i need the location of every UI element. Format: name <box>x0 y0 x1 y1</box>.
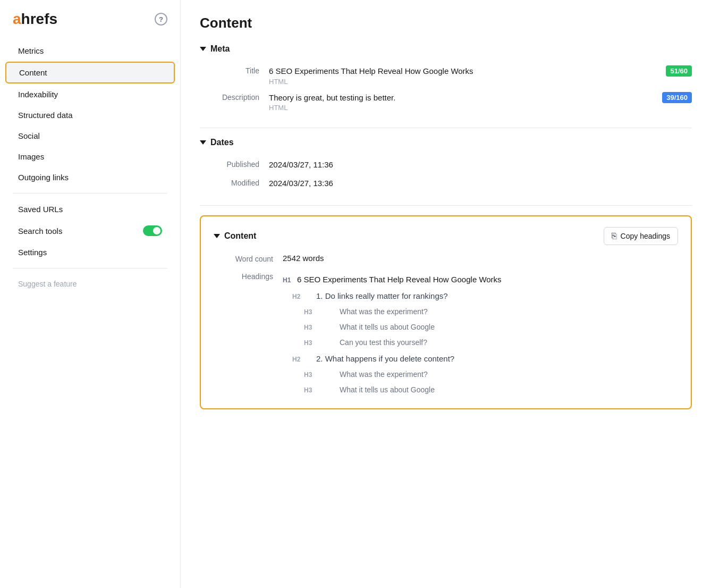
sidebar-item-label: Search tools <box>18 226 62 236</box>
meta-section-header: Meta <box>200 44 692 54</box>
heading-h3-text-5: What it tells us about Google <box>340 383 435 397</box>
modified-value: 2024/03/27, 13:36 <box>269 178 692 190</box>
published-row: Published 2024/03/27, 11:36 <box>210 156 692 174</box>
title-value-area: 6 SEO Experiments That Help Reveal How G… <box>269 65 692 86</box>
published-label: Published <box>210 159 269 169</box>
suggest-feature-link[interactable]: Suggest a feature <box>5 274 175 293</box>
title-label: Title <box>210 65 269 75</box>
section-divider-1 <box>200 128 692 128</box>
logo-a-letter: a <box>13 11 21 27</box>
nav-divider-2 <box>13 268 167 268</box>
sidebar-item-metrics[interactable]: Metrics <box>5 41 175 61</box>
title-value: 6 SEO Experiments That Help Reveal How G… <box>269 65 473 78</box>
copy-headings-button[interactable]: ⎘ Copy headings <box>604 227 678 245</box>
heading-item-h3-2: H3 What it tells us about Google <box>304 320 678 335</box>
h1-tag: H1 <box>283 275 294 287</box>
meta-section-title: Meta <box>210 44 230 54</box>
description-sub: HTML <box>269 104 692 112</box>
headings-list: H1 6 SEO Experiments That Help Reveal Ho… <box>283 271 678 398</box>
h2-tag-2: H2 <box>292 354 304 366</box>
logo: ahrefs <box>13 11 57 28</box>
heading-item-h2-1: H2 1. Do links really matter for ranking… <box>292 288 678 304</box>
h3-tag: H3 <box>304 307 316 318</box>
published-value: 2024/03/27, 11:36 <box>269 159 692 171</box>
copy-icon: ⎘ <box>612 231 617 241</box>
collapse-triangle-dates[interactable] <box>200 140 206 145</box>
sidebar-item-settings[interactable]: Settings <box>5 242 175 262</box>
sidebar-item-saved-urls[interactable]: Saved URLs <box>5 199 175 219</box>
dates-section-header: Dates <box>200 138 692 147</box>
title-badge: 51/60 <box>666 65 692 77</box>
sidebar-item-label: Content <box>19 68 47 77</box>
title-sub: HTML <box>269 78 692 86</box>
sidebar-item-label: Settings <box>18 248 47 257</box>
logo-area: ahrefs ? <box>0 11 180 40</box>
heading-item-h2-2: H2 2. What happens if you delete content… <box>292 350 678 367</box>
content-section-title-area: Content <box>214 231 256 241</box>
sidebar-item-label: Structured data <box>18 111 73 120</box>
content-section-title: Content <box>224 231 256 241</box>
word-count-value: 2542 words <box>283 253 678 265</box>
content-bordered-section: Content ⎘ Copy headings Word count 2542 … <box>200 215 692 409</box>
sidebar-item-structured-data[interactable]: Structured data <box>5 105 175 125</box>
word-count-label: Word count <box>224 254 283 263</box>
heading-item-h3-3: H3 Can you test this yourself? <box>304 335 678 350</box>
h3-tag-4: H3 <box>304 369 316 381</box>
sidebar-item-label: Images <box>18 152 44 161</box>
description-label: Description <box>210 92 269 102</box>
sidebar: ahrefs ? Metrics Content Indexability St… <box>0 0 181 588</box>
word-count-row: Word count 2542 words <box>224 253 678 265</box>
sidebar-item-label: Metrics <box>18 46 44 55</box>
heading-item-h3-4: H3 What was the experiment? <box>304 367 678 382</box>
description-value-badge-row: Theory is great, but testing is better. … <box>269 92 692 104</box>
description-value: Theory is great, but testing is better. <box>269 92 395 104</box>
dates-section: Dates Published 2024/03/27, 11:36 Modifi… <box>200 138 692 192</box>
main-content: Content Meta Title 6 SEO Experiments Tha… <box>181 0 711 588</box>
heading-h2-text-1: 1. Do links really matter for rankings? <box>316 289 448 303</box>
sidebar-item-content[interactable]: Content <box>5 62 175 83</box>
heading-h1-text: 6 SEO Experiments That Help Reveal How G… <box>297 272 502 287</box>
meta-title-row: Title 6 SEO Experiments That Help Reveal… <box>210 62 692 89</box>
modified-label: Modified <box>210 178 269 187</box>
collapse-triangle-content[interactable] <box>214 234 220 238</box>
copy-headings-label: Copy headings <box>621 232 670 240</box>
page-title: Content <box>200 15 692 31</box>
h3-tag-5: H3 <box>304 385 316 397</box>
sidebar-item-outgoing-links[interactable]: Outgoing links <box>5 167 175 187</box>
sidebar-item-label: Social <box>18 131 40 140</box>
h3-tag-2: H3 <box>304 322 316 334</box>
heading-h3-text-1: What was the experiment? <box>340 305 428 318</box>
heading-h3-text-3: Can you test this yourself? <box>340 336 427 349</box>
sidebar-item-label: Saved URLs <box>18 205 63 214</box>
title-value-badge-row: 6 SEO Experiments That Help Reveal How G… <box>269 65 692 78</box>
description-value-area: Theory is great, but testing is better. … <box>269 92 692 112</box>
nav-divider-1 <box>13 193 167 194</box>
meta-description-row: Description Theory is great, but testing… <box>210 89 692 115</box>
collapse-triangle-meta[interactable] <box>200 47 206 51</box>
search-tools-toggle[interactable] <box>143 225 162 236</box>
heading-h3-text-2: What it tells us about Google <box>340 321 435 334</box>
h2-tag: H2 <box>292 291 304 303</box>
help-button[interactable]: ? <box>155 13 167 26</box>
sidebar-item-social[interactable]: Social <box>5 126 175 146</box>
dates-section-title: Dates <box>210 138 234 147</box>
sidebar-item-images[interactable]: Images <box>5 147 175 166</box>
heading-h3-text-4: What was the experiment? <box>340 368 428 381</box>
h3-tag-3: H3 <box>304 338 316 349</box>
headings-row: Headings H1 6 SEO Experiments That Help … <box>224 271 678 398</box>
sidebar-item-label: Outgoing links <box>18 173 69 182</box>
heading-item-h3-5: H3 What it tells us about Google <box>304 382 678 398</box>
description-badge: 39/160 <box>662 92 692 103</box>
content-section-header: Content ⎘ Copy headings <box>214 227 678 245</box>
heading-h2-text-2: 2. What happens if you delete content? <box>316 351 454 366</box>
meta-section: Meta Title 6 SEO Experiments That Help R… <box>200 44 692 115</box>
sidebar-item-search-tools[interactable]: Search tools <box>5 220 175 241</box>
heading-item-h3-1: H3 What was the experiment? <box>304 304 678 320</box>
logo-rest: hrefs <box>21 11 57 27</box>
modified-row: Modified 2024/03/27, 13:36 <box>210 174 692 193</box>
sidebar-item-indexability[interactable]: Indexability <box>5 85 175 104</box>
sidebar-item-label: Indexability <box>18 90 58 99</box>
section-divider-2 <box>200 205 692 206</box>
heading-item-h1: H1 6 SEO Experiments That Help Reveal Ho… <box>283 271 678 288</box>
headings-label: Headings <box>224 271 283 281</box>
